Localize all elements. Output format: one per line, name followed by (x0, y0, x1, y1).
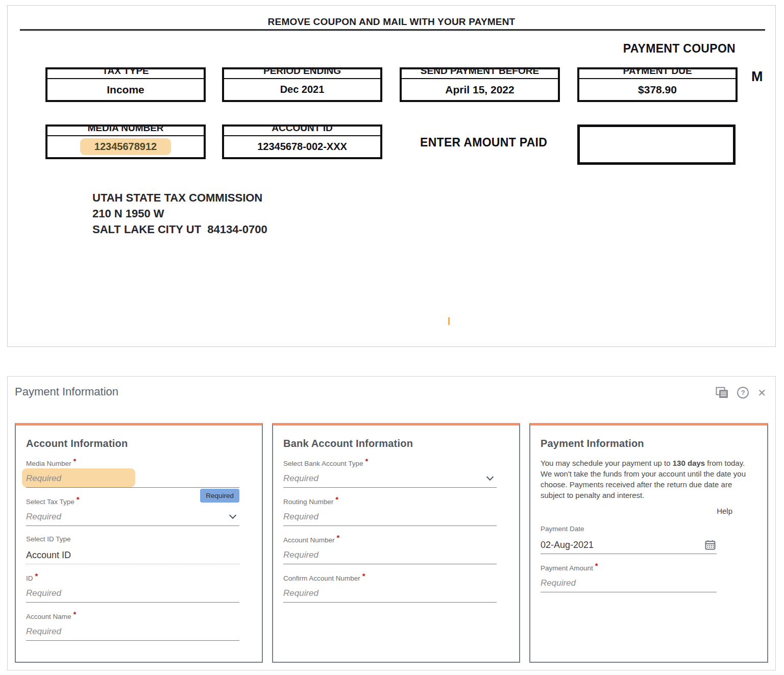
cards-row: Account Information Media Number* Requir… (15, 423, 768, 663)
required-asterisk: * (365, 457, 369, 465)
scanline-mark: M (751, 69, 763, 85)
period-ending-box: PERIOD ENDING Dec 2021 (222, 67, 382, 102)
mailing-address: UTAH STATE TAX COMMISSION 210 N 1950 W S… (92, 190, 267, 237)
tax-type-field-label: Select Tax Type (26, 498, 75, 506)
panel-title: Payment Information (15, 385, 118, 398)
required-asterisk: * (335, 495, 338, 504)
enter-amount-label: ENTER AMOUNT PAID (420, 136, 547, 149)
bank-account-type-field: Select Bank Account Type* Required (283, 459, 497, 488)
id-placeholder: Required (26, 588, 61, 598)
address-line: SALT LAKE CITY UT 84134-0700 (92, 221, 267, 237)
bank-account-type-select[interactable]: Required (283, 470, 497, 488)
confirm-account-number-input[interactable]: Required (283, 585, 497, 603)
tax-type-box: TAX TYPE Income (45, 67, 206, 102)
tax-type-placeholder: Required (26, 512, 61, 522)
send-before-box: SEND PAYMENT BEFORE April 15, 2022 (400, 67, 560, 102)
id-type-field: Select ID Type Account ID (26, 535, 239, 564)
media-number-box: MEDIA NUMBER 12345678912 (45, 124, 206, 159)
account-name-field-label: Account Name (26, 613, 71, 620)
media-number-value: 12345678912 (47, 136, 204, 157)
bank-account-information-card: Bank Account Information Select Bank Acc… (272, 423, 520, 663)
media-number-label: MEDIA NUMBER (47, 122, 204, 136)
calendar-icon[interactable] (705, 540, 716, 552)
routing-number-label: Routing Number (283, 498, 333, 506)
required-asterisk: * (77, 495, 80, 504)
required-validation-badge: Required (200, 489, 239, 503)
account-number-input[interactable]: Required (283, 546, 497, 564)
routing-number-placeholder: Required (283, 512, 318, 522)
help-link[interactable]: Help (717, 507, 732, 515)
payment-amount-placeholder: Required (541, 578, 576, 588)
coupon-banner: REMOVE COUPON AND MAIL WITH YOUR PAYMENT (8, 16, 775, 28)
send-before-label: SEND PAYMENT BEFORE (402, 65, 558, 79)
payment-due-value: $378.90 (579, 79, 736, 100)
account-id-value: 12345678-002-XXX (224, 136, 380, 157)
account-name-input[interactable]: Required (26, 623, 239, 641)
id-input[interactable]: Required (26, 585, 239, 603)
required-asterisk: * (74, 610, 77, 618)
required-asterisk: * (337, 533, 340, 542)
id-type-readonly: Account ID (26, 546, 239, 564)
routing-number-field: Routing Number* Required (283, 497, 497, 526)
address-line: UTAH STATE TAX COMMISSION (92, 190, 267, 206)
payment-date-label: Payment Date (541, 525, 584, 533)
chevron-down-icon (229, 512, 236, 519)
payment-due-label: PAYMENT DUE (579, 65, 736, 79)
tax-type-select[interactable]: Required (26, 508, 239, 526)
coupon-title: PAYMENT COUPON (623, 42, 736, 56)
id-field: ID* Required (26, 573, 239, 603)
chevron-down-icon (486, 473, 494, 481)
account-information-card: Account Information Media Number* Requir… (15, 423, 263, 663)
bank-account-type-placeholder: Required (283, 473, 318, 484)
bank-account-type-label: Select Bank Account Type (283, 460, 363, 467)
account-id-box: ACCOUNT ID 12345678-002-XXX (222, 124, 382, 159)
amount-paid-box (577, 124, 736, 165)
payment-information-panel: Payment Information ? ✕ Account Informat… (7, 376, 776, 670)
account-name-placeholder: Required (26, 627, 61, 637)
payment-date-field: Payment Date 02-Aug-2021 (541, 525, 717, 554)
card-heading: Payment Information (541, 438, 754, 449)
payment-amount-label: Payment Amount (541, 564, 593, 572)
required-asterisk: * (74, 457, 77, 465)
coupon-divider (20, 29, 765, 31)
account-id-label: ACCOUNT ID (224, 122, 380, 136)
id-field-label: ID (26, 574, 33, 582)
id-type-value: Account ID (26, 550, 71, 561)
media-number-placeholder: Required (26, 473, 61, 484)
card-heading: Account Information (26, 438, 239, 449)
payment-date-value: 02-Aug-2021 (541, 540, 594, 551)
confirm-account-number-label: Confirm Account Number (283, 574, 360, 582)
account-number-field: Account Number* Required (283, 535, 497, 564)
account-name-field: Account Name* Required (26, 612, 239, 641)
account-number-placeholder: Required (283, 550, 318, 560)
cursor-artifact (448, 317, 450, 325)
close-icon[interactable]: ✕ (757, 388, 766, 398)
required-asterisk: * (595, 561, 598, 570)
media-number-field-label: Media Number (26, 460, 71, 467)
send-before-value: April 15, 2022 (402, 79, 558, 100)
schedule-note: You may schedule your payment up to 130 … (541, 458, 754, 501)
period-ending-label: PERIOD ENDING (224, 65, 380, 79)
tax-type-label: TAX TYPE (47, 65, 204, 79)
media-number-field: Media Number* Required Required (26, 459, 239, 488)
payment-coupon-section: REMOVE COUPON AND MAIL WITH YOUR PAYMENT… (7, 5, 776, 347)
media-number-highlight: 12345678912 (80, 138, 171, 155)
payment-date-input[interactable]: 02-Aug-2021 (541, 536, 717, 554)
account-number-label: Account Number (283, 536, 335, 544)
media-number-input[interactable]: Required (26, 470, 239, 488)
payment-information-card: Payment Information You may schedule you… (529, 423, 768, 663)
required-asterisk: * (35, 571, 38, 580)
help-icon[interactable]: ? (737, 387, 749, 398)
payment-due-box: PAYMENT DUE $378.90 (577, 67, 738, 102)
panel-actions: ? ✕ (716, 387, 766, 398)
tax-type-value: Income (47, 79, 204, 100)
card-heading: Bank Account Information (283, 438, 497, 449)
address-line: 210 N 1950 W (92, 206, 267, 221)
payment-amount-input[interactable]: Required (541, 574, 717, 592)
schedule-note-bold: 130 days (673, 459, 705, 467)
copy-pages-icon[interactable] (716, 387, 728, 398)
period-ending-value: Dec 2021 (224, 79, 380, 100)
id-type-field-label: Select ID Type (26, 535, 71, 543)
payment-amount-field: Payment Amount* Required (541, 563, 717, 592)
routing-number-input[interactable]: Required (283, 508, 497, 526)
